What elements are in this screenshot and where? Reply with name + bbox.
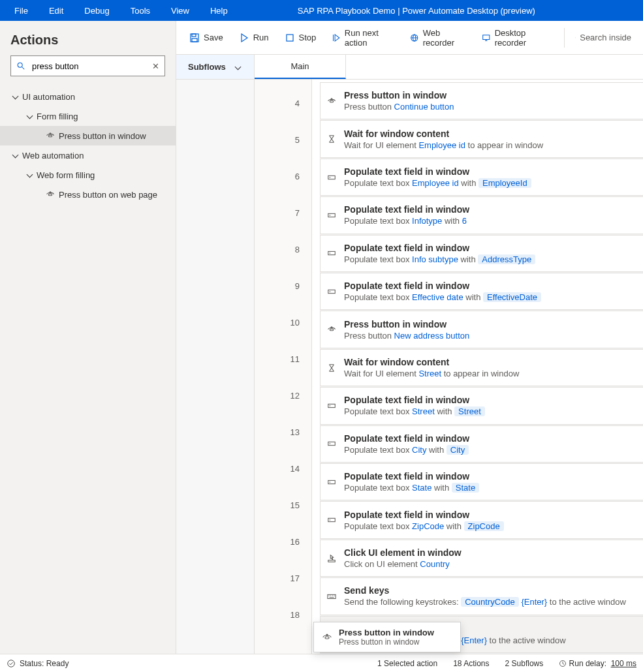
toolbar: Save Run Stop Run next action Web record… xyxy=(176,21,643,55)
step-card[interactable]: Populate text field in windowPopulate te… xyxy=(320,159,643,196)
step-number[interactable]: 15 xyxy=(255,487,311,523)
step-card[interactable]: Populate text field in windowPopulate te… xyxy=(320,387,643,424)
tab-main[interactable]: Main xyxy=(255,55,346,79)
clear-search-icon[interactable]: ✕ xyxy=(152,61,159,71)
step-card[interactable]: Populate text field in windowPopulate te… xyxy=(320,196,643,234)
step-card[interactable]: Populate text field in windowPopulate te… xyxy=(320,501,643,538)
drag-title: Press button in window xyxy=(339,628,434,637)
step-type-icon xyxy=(327,134,336,144)
globe-icon xyxy=(410,33,419,43)
step-title: Wait for window content xyxy=(344,357,636,367)
step-description: Press button Continue button xyxy=(344,102,636,112)
run-button[interactable]: Run xyxy=(232,29,275,47)
step-number[interactable]: 9 xyxy=(255,267,311,304)
monitor-icon xyxy=(482,33,491,43)
steps-list: Press button in windowPress button Conti… xyxy=(312,80,643,654)
step-description: Populate text box Infotype with 6 xyxy=(344,216,636,226)
play-icon xyxy=(239,33,249,43)
step-description: Populate text box State with State xyxy=(344,483,636,493)
step-title: Populate text field in window xyxy=(344,433,636,444)
stop-button[interactable]: Stop xyxy=(278,29,323,47)
tree-web-form-filling[interactable]: Web form filling xyxy=(0,165,176,185)
step-number[interactable]: 13 xyxy=(255,414,311,450)
press-button-icon xyxy=(46,190,55,199)
menu-edit[interactable]: Edit xyxy=(41,3,71,18)
step-card[interactable]: Wait for window contentWait for UI eleme… xyxy=(320,349,643,386)
subflows-column: Subflows xyxy=(176,55,255,654)
chevron-down-icon xyxy=(13,93,20,100)
step-card[interactable]: Press button in windowPress button New a… xyxy=(320,311,643,348)
step-description: Wait for UI element Street to appear in … xyxy=(344,369,636,378)
actions-search-input[interactable] xyxy=(29,61,152,71)
step-type-icon xyxy=(327,554,336,563)
step-card[interactable]: Populate text field in windowPopulate te… xyxy=(320,463,643,500)
status-run-delay[interactable]: Run delay: 100 ms xyxy=(559,659,636,668)
step-type-icon xyxy=(327,363,336,373)
check-icon xyxy=(7,659,16,668)
menu-help[interactable]: Help xyxy=(202,3,236,18)
actions-search[interactable]: ✕ xyxy=(10,55,165,76)
step-description: Populate text box Street with Street xyxy=(344,406,636,416)
run-next-button[interactable]: Run next action xyxy=(325,24,401,52)
step-card[interactable]: Wait for window contentWait for UI eleme… xyxy=(320,120,643,157)
step-card[interactable]: Populate text field in windowPopulate te… xyxy=(320,425,643,463)
step-type-icon xyxy=(327,592,336,601)
step-type-icon xyxy=(327,249,336,258)
step-card[interactable]: Send keysSend the following keystrokes: … xyxy=(320,577,643,615)
step-number[interactable]: 8 xyxy=(255,231,311,267)
step-number[interactable]: 17 xyxy=(255,560,311,596)
drag-preview: Press button in window Press button in w… xyxy=(313,622,461,652)
step-title: Populate text field in window xyxy=(344,243,636,253)
step-title: Click UI element in window xyxy=(344,547,636,558)
step-title: Press button in window xyxy=(344,319,636,329)
step-icon xyxy=(332,33,341,43)
step-card[interactable]: Populate text field in windowPopulate te… xyxy=(320,235,643,272)
tree-web-automation[interactable]: Web automation xyxy=(0,145,176,165)
step-title: Press button in window xyxy=(344,90,636,100)
menu-file[interactable]: File xyxy=(7,3,36,18)
step-title: Populate text field in window xyxy=(344,395,636,405)
step-number[interactable]: 5 xyxy=(255,121,311,158)
step-number[interactable]: 10 xyxy=(255,304,311,341)
step-card[interactable]: Click UI element in windowClick on UI el… xyxy=(320,540,643,577)
menu-view[interactable]: View xyxy=(163,3,197,18)
step-number[interactable]: 6 xyxy=(255,158,311,194)
step-card[interactable]: Press button in windowPress button Conti… xyxy=(320,82,643,119)
toolbar-search[interactable]: Search inside xyxy=(570,29,636,47)
step-number[interactable]: 18 xyxy=(255,596,311,633)
step-type-icon xyxy=(327,173,336,182)
step-type-icon xyxy=(327,325,336,334)
web-recorder-button[interactable]: Web recorder xyxy=(403,24,473,52)
chevron-down-icon xyxy=(236,64,242,70)
chevron-down-icon xyxy=(27,172,34,178)
tree-press-button-web[interactable]: Press button on web page xyxy=(0,185,176,204)
step-number[interactable]: 4 xyxy=(255,85,311,121)
menu-debug[interactable]: Debug xyxy=(76,3,117,18)
step-title: Populate text field in window xyxy=(344,471,636,481)
step-type-icon xyxy=(327,478,336,487)
step-title: Populate text field in window xyxy=(344,204,636,215)
subflows-dropdown[interactable]: Subflows xyxy=(176,55,254,80)
step-number[interactable]: 7 xyxy=(255,194,311,231)
actions-tree: UI automation Form filling Press button … xyxy=(0,84,176,654)
statusbar: Status: Ready 1 Selected action 18 Actio… xyxy=(0,654,643,672)
step-description: Press button New address button xyxy=(344,331,636,341)
chevron-down-icon xyxy=(27,113,34,119)
save-button[interactable]: Save xyxy=(183,29,230,47)
step-number[interactable]: 11 xyxy=(255,341,311,377)
step-number[interactable]: 16 xyxy=(255,523,311,560)
step-description: Click on UI element Country xyxy=(344,559,636,569)
main-menu: File Edit Debug Tools View Help xyxy=(7,3,236,18)
step-card[interactable]: Populate text field in windowPopulate te… xyxy=(320,273,643,310)
actions-header: Actions xyxy=(0,21,176,55)
step-number[interactable]: 14 xyxy=(255,450,311,487)
menu-tools[interactable]: Tools xyxy=(123,3,158,18)
main-area: Save Run Stop Run next action Web record… xyxy=(176,21,643,654)
tree-press-button-window[interactable]: Press button in window xyxy=(0,126,176,145)
tree-ui-automation[interactable]: UI automation xyxy=(0,87,176,106)
step-description: Populate text box City with City xyxy=(344,445,636,455)
step-type-icon xyxy=(327,439,336,448)
desktop-recorder-button[interactable]: Desktop recorder xyxy=(475,24,556,52)
step-number[interactable]: 12 xyxy=(255,377,311,414)
tree-form-filling[interactable]: Form filling xyxy=(0,106,176,126)
